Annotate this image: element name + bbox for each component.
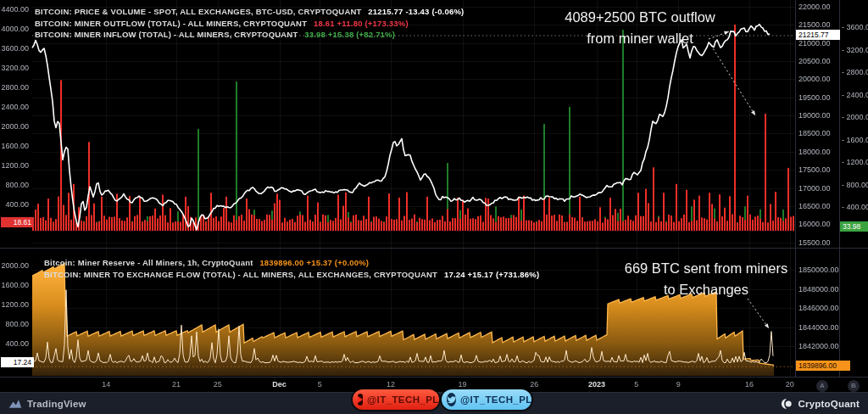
tradingview-link[interactable]: TradingView: [8, 398, 86, 410]
inflow-value-box: 33.98: [840, 221, 868, 232]
time-tick-label: 26: [522, 380, 546, 389]
cryptoquant-label: CryptoQuant: [798, 399, 860, 409]
twitter-icon: [447, 393, 456, 406]
time-tick-label: 2023: [585, 380, 609, 389]
time-tick-label: 14: [94, 380, 118, 389]
axis-tick-label: 1842000.00: [798, 342, 839, 350]
axis-tick-label: 21000.00: [798, 39, 831, 48]
axis-tick-label: 1600.00: [0, 142, 29, 150]
legend-inflow-value: 33.98 +15.38 (+82.71%): [304, 30, 395, 39]
time-tick-label: 12: [379, 380, 403, 389]
time-tick-label: 20: [778, 380, 802, 389]
chart-app: BITCOIN: PRICE & VOLUME - SPOT, ALL EXCH…: [0, 0, 868, 414]
twitter-badge: @IT_TECH_PL: [442, 389, 531, 410]
axis-tick-label: - 2800.00: [842, 68, 868, 76]
axis-tick-label: 1848000.00: [798, 285, 839, 294]
legend-row-flow[interactable]: BITCOIN: MINER TO EXCHANGE FLOW (TOTAL) …: [44, 269, 539, 281]
chart-canvas[interactable]: [0, 0, 868, 392]
axis-tick-label: - 1600.00: [842, 136, 868, 144]
reserve-value-box: 1839896.00: [796, 361, 850, 371]
axis-tick-label: 2000.00: [0, 122, 29, 131]
outflow-value-box: 18.61: [1, 217, 34, 227]
axis-tick-label: 22000.00: [798, 3, 831, 11]
axis-tick-label: 18500.00: [798, 129, 831, 137]
axis-tick-label: - 800.00: [842, 181, 868, 189]
legend-flow-label: BITCOIN: MINER TO EXCHANGE FLOW (TOTAL) …: [44, 270, 437, 279]
time-tick-label: 5: [308, 380, 331, 389]
axis-tick-label: - 3200.00: [842, 46, 868, 54]
axis-tick-label: 1200.00: [0, 161, 29, 170]
axis-tick-label: - 2400.00: [842, 91, 868, 99]
legend-inflow-label: BITCOIN: MINER INFLOW (TOTAL) - ALL MINE…: [35, 30, 298, 39]
legend-flow-value: 17.24 +15.17 (+731.86%): [444, 270, 539, 279]
tradingview-label: TradingView: [27, 399, 86, 409]
axis-tick-label: 800.00: [0, 181, 29, 189]
axis-tick-label: 17000.00: [798, 184, 831, 193]
time-tick-label: 9: [666, 380, 690, 389]
axis-tick-label: 19000.00: [798, 111, 831, 120]
legend-price-label: BITCOIN: PRICE & VOLUME - SPOT, ALL EXCH…: [35, 7, 362, 16]
axis-tick-label: 16500.00: [798, 202, 831, 210]
scale-a-button[interactable]: A: [816, 380, 828, 392]
axis-tick-label: 19500.00: [798, 93, 831, 102]
axis-tick-label: 1846000.00: [798, 304, 839, 312]
legend-reserve-label: Bitcoin: Miner Reserve - All Miners, 1h,…: [44, 258, 253, 267]
price-value-box: 21215.77: [796, 30, 840, 40]
axis-tick-label: 4400.00: [0, 5, 29, 14]
time-tick-label: 19: [451, 380, 475, 389]
cryptoquant-link[interactable]: CryptoQuant: [780, 398, 860, 410]
axis-tick-label: 16000.00: [798, 220, 831, 228]
axis-tick-label: - 400.00: [842, 203, 868, 211]
axis-tick-label: 1600.00: [0, 281, 29, 289]
axis-tick-label: 18000.00: [798, 148, 831, 156]
axis-tick-label: 3600.00: [0, 44, 29, 53]
axis-tick-label: 1850000.00: [798, 266, 839, 274]
axis-tick-label: 2800.00: [0, 83, 29, 92]
scale-b-button[interactable]: B: [848, 380, 860, 392]
legend-bottom: Bitcoin: Miner Reserve - All Miners, 1h,…: [44, 257, 539, 280]
youtube-icon: [358, 394, 363, 406]
axis-tick-label: 3200.00: [0, 64, 29, 72]
axis-tick-label: 400.00: [0, 200, 29, 209]
legend-row-outflow[interactable]: BITCOIN: MINER OUTFLOW (TOTAL) - ALL MIN…: [35, 18, 464, 30]
axis-tick-label: 400.00: [0, 339, 29, 348]
time-tick-label: 21: [164, 380, 188, 389]
axis-tick-label: 20000.00: [798, 75, 831, 83]
time-tick-label: 5: [625, 380, 648, 389]
axis-tick-label: 20500.00: [798, 57, 831, 65]
annotation-exchange-flow[interactable]: 669 BTC sent from miners to Exchanges: [621, 258, 791, 300]
annotation-miner-outflow[interactable]: 4089+2500 BTC outflow from miner wallet: [555, 7, 725, 49]
youtube-badge: @IT_TECH_PL: [353, 389, 439, 410]
twitter-handle: @IT_TECH_PL: [460, 394, 532, 405]
axis-tick-label: 21500.00: [798, 20, 831, 29]
legend-row-price[interactable]: BITCOIN: PRICE & VOLUME - SPOT, ALL EXCH…: [35, 6, 464, 18]
flow-value-box: 17.24: [1, 357, 34, 367]
legend-row-reserve[interactable]: Bitcoin: Miner Reserve - All Miners, 1h,…: [44, 257, 539, 269]
legend-outflow-label: BITCOIN: MINER OUTFLOW (TOTAL) - ALL MIN…: [35, 19, 307, 28]
tradingview-logo-icon: [8, 398, 22, 410]
time-tick-label: 25: [206, 380, 230, 389]
cryptoquant-logo-icon: [780, 398, 793, 410]
axis-tick-label: - 2000.00: [842, 113, 868, 121]
axis-tick-label: 2000.00: [0, 261, 29, 270]
legend-row-inflow[interactable]: BITCOIN: MINER INFLOW (TOTAL) - ALL MINE…: [35, 29, 464, 41]
time-tick-label: Dec: [268, 380, 292, 389]
legend-price-value: 21215.77 -13.43 (-0.06%): [368, 7, 464, 16]
time-tick-label: 16: [737, 380, 761, 389]
axis-tick-label: 1844000.00: [798, 323, 839, 332]
axis-tick-label: - 1200.00: [842, 158, 868, 166]
axis-tick-label: 4000.00: [0, 25, 29, 33]
youtube-handle: @IT_TECH_PL: [367, 394, 439, 405]
axis-tick-label: 17500.00: [798, 165, 831, 174]
axis-tick-label: 800.00: [0, 320, 29, 328]
axis-tick-label: 1200.00: [0, 300, 29, 309]
axis-tick-label: 2400.00: [0, 103, 29, 111]
legend-top: BITCOIN: PRICE & VOLUME - SPOT, ALL EXCH…: [35, 6, 464, 41]
legend-outflow-value: 18.61 +11.80 (+173.33%): [314, 19, 409, 28]
legend-reserve-value: 1839896.00 +15.37 (+0.00%): [259, 258, 369, 267]
axis-tick-label: 15500.00: [798, 238, 831, 247]
axis-tick-label: - 3600.00: [842, 23, 868, 31]
